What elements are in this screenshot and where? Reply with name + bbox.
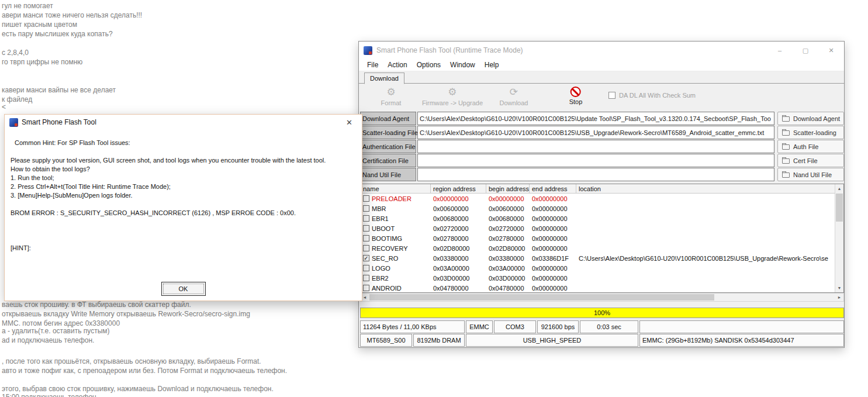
download-agent-button[interactable]: Download Agent [777, 112, 844, 125]
firmware-upgrade-button[interactable]: ⚙ Firmware -> Upgrade [422, 87, 483, 106]
progress-bar: 100% [360, 308, 844, 318]
table-body: PRELOADER 0x00000000 0x00000000 0x000000… [361, 194, 843, 293]
row-checkbox[interactable] [363, 265, 369, 271]
table-row[interactable]: EBR2 0x03D00000 0x03D00000 0x00000000 [361, 273, 843, 283]
table-row[interactable]: BOOTIMG 0x02780000 0x02780000 0x00000000 [361, 233, 843, 243]
forum-text-line: ММС. потом бегин адрес 0x3380000 [2, 319, 120, 327]
column-end-address[interactable]: end address [530, 184, 576, 193]
menu-window[interactable]: Window [445, 60, 480, 70]
row-checkbox[interactable] [363, 205, 369, 212]
partition-name: EBR2 [372, 275, 389, 282]
dialog-close-icon[interactable]: ✕ [341, 118, 357, 127]
table-row[interactable]: RECOVERY 0x02D80000 0x02D80000 0x0000000… [361, 243, 843, 253]
forum-text-line: пишет красным цветом [2, 20, 77, 29]
auth-file-button[interactable]: Auth File [777, 140, 844, 153]
checkbox-icon [608, 92, 615, 99]
scroll-down-icon[interactable]: ▼ [835, 284, 843, 292]
flash-tool-window: Smart Phone Flash Tool (Runtime Trace Mo… [358, 41, 845, 348]
column-name[interactable]: name [361, 184, 431, 193]
auth-file-button-label: Auth File [793, 143, 818, 150]
begin-address: 0x03380000 [486, 255, 530, 262]
menu-file[interactable]: File [362, 60, 383, 70]
scatter-file-button[interactable]: Scatter-loading [777, 126, 844, 139]
menu-action[interactable]: Action [383, 60, 411, 70]
hint-body-line: 3. [Menu]Help-[SubMenu]Open logs folder. [11, 192, 133, 199]
location: C:\Users\Alex\Desktop\G610-U20\V100R001C… [576, 255, 843, 262]
vertical-scrollbar[interactable]: ▲ ▼ [835, 184, 843, 292]
auth-file-input[interactable] [417, 140, 774, 153]
forum-text-line: авери манси тоже ничего нельзя сделать!!… [2, 11, 142, 19]
ok-button[interactable]: OK [161, 282, 206, 296]
row-checkbox[interactable] [363, 195, 369, 202]
horizontal-scrollbar[interactable]: ◄ ► [360, 293, 844, 302]
forum-text-line: к файлед [2, 95, 32, 103]
row-checkbox[interactable] [363, 245, 369, 251]
table-row[interactable]: EBR1 0x00680000 0x00680000 0x00000000 [361, 213, 843, 223]
error-message: BROM ERROR : S_SECURITY_SECRO_HASH_INCOR… [11, 209, 296, 216]
end-address: 0x00000000 [530, 235, 576, 242]
minimize-icon[interactable]: – [767, 42, 793, 59]
stop-button[interactable]: Stop [569, 87, 583, 105]
maximize-icon[interactable]: ▢ [793, 42, 818, 59]
partition-name: SEC_RO [372, 255, 398, 262]
row-checkbox[interactable] [363, 215, 369, 222]
region-address: 0x03380000 [431, 255, 486, 262]
row-checkbox[interactable] [363, 275, 369, 281]
row-checkbox[interactable] [363, 225, 369, 232]
menu-help[interactable]: Help [480, 60, 504, 70]
firmware-upgrade-icon: ⚙ [448, 87, 457, 98]
download-agent-input[interactable] [417, 112, 774, 125]
format-button[interactable]: ⚙ Format [381, 87, 402, 106]
scroll-right-icon[interactable]: ► [835, 294, 843, 301]
end-address: 0x00000000 [530, 205, 576, 212]
row-checkbox[interactable] [363, 285, 369, 291]
horizontal-scrollbar-thumb[interactable] [369, 294, 714, 301]
nand-util-label: Nand Util File [360, 168, 416, 181]
download-toolbar-button[interactable]: ⟳ Download [500, 87, 528, 106]
emmc-info: EMMC: (29Gb+8192Mb) SANDISK 0x53454d3034… [639, 334, 844, 347]
da-checksum-checkbox[interactable]: DA DL All With Check Sum [608, 92, 696, 99]
nand-util-button[interactable]: Nand Util File [777, 168, 844, 181]
row-checkbox[interactable] [363, 235, 369, 241]
end-address: 0x00000000 [530, 265, 576, 272]
cert-file-button[interactable]: Cert File [777, 154, 844, 167]
hint-body-line: 1. Run the tool; [11, 174, 54, 181]
vertical-scrollbar-thumb[interactable] [836, 194, 843, 222]
end-address: 0x00000000 [530, 225, 576, 232]
begin-address: 0x00680000 [486, 215, 530, 222]
scatter-file-button-label: Scatter-loading [793, 129, 836, 136]
field-row: Download Agent Download Agent [360, 112, 844, 125]
scatter-file-input[interactable] [417, 126, 774, 139]
stop-icon [570, 87, 581, 97]
row-checkbox[interactable]: ✓ [363, 255, 369, 261]
menu-options[interactable]: Options [412, 60, 445, 70]
auth-file-label: Authentication File [360, 140, 416, 153]
table-row[interactable]: ANDROID 0x04780000 0x04780000 0x00000000 [361, 283, 843, 293]
table-row[interactable]: PRELOADER 0x00000000 0x00000000 0x000000… [361, 194, 843, 203]
end-address: 0x00000000 [530, 275, 576, 282]
main-titlebar[interactable]: Smart Phone Flash Tool (Runtime Trace Mo… [359, 42, 844, 59]
app-icon [364, 46, 372, 55]
forum-text-line: 15:00 подключаешь телефон [2, 393, 96, 397]
end-address: 0x00000000 [530, 245, 576, 252]
dialog-titlebar[interactable]: Smart Phone Flash Tool ✕ [5, 115, 362, 130]
hint-body-line: How to obtain the tool logs? [11, 165, 90, 172]
status-extra [639, 320, 844, 333]
table-row[interactable]: ✓SEC_RO 0x03380000 0x03380000 0x03386D1F… [361, 253, 843, 263]
column-location[interactable]: location [576, 184, 843, 193]
column-begin-address[interactable]: begin address [486, 184, 530, 193]
cert-file-label: Certification File [360, 154, 416, 167]
table-row[interactable]: MBR 0x00600000 0x00600000 0x00000000 [361, 203, 843, 213]
cert-file-input[interactable] [417, 154, 774, 167]
tab-download[interactable]: Download [364, 73, 404, 84]
nand-util-input[interactable] [417, 168, 774, 181]
table-row[interactable]: UBOOT 0x02720000 0x02720000 0x00000000 [361, 223, 843, 233]
table-header: name region address begin address end ad… [361, 184, 843, 194]
download-icon: ⟳ [510, 87, 518, 98]
close-icon[interactable]: ✕ [818, 42, 844, 59]
table-row[interactable]: LOGO 0x03A00000 0x03A00000 0x00000000 [361, 263, 843, 273]
column-region-address[interactable]: region address [431, 184, 486, 193]
da-checksum-label: DA DL All With Check Sum [619, 92, 696, 99]
region-address: 0x00000000 [431, 195, 486, 202]
scroll-up-icon[interactable]: ▲ [835, 184, 843, 193]
